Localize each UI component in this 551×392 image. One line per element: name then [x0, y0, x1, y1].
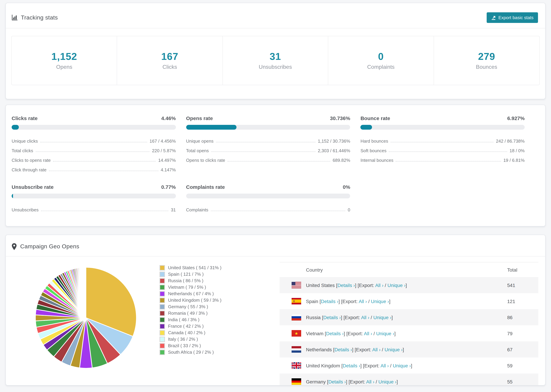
dotted-leader — [216, 142, 315, 142]
rate-detail-label: Unique opens — [186, 139, 213, 144]
export-unique-link[interactable]: Unique › — [387, 282, 406, 288]
legend-item[interactable]: South Africa ( 29 / 2% ) — [160, 349, 221, 355]
rate-detail-row: Hard bounces242 / 86.738% — [360, 134, 525, 144]
details-link[interactable]: Details › — [335, 347, 352, 352]
legend-item[interactable]: Canada ( 40 / 2% ) — [160, 329, 221, 336]
export-unique-link[interactable]: Unique › — [376, 331, 394, 336]
legend-item[interactable]: Brazil ( 33 / 2% ) — [160, 343, 221, 349]
country-cell: United Kingdom [Details ›] [Export: All … — [306, 363, 412, 368]
total-cell: 541 — [507, 282, 515, 288]
export-all-link[interactable]: All › — [366, 379, 374, 384]
clicks-rate-section: Clicks rate4.46%Unique clicks167 / 4.456… — [12, 115, 176, 172]
legend-item[interactable]: India ( 46 / 3% ) — [160, 316, 221, 323]
bounce-rate-title: Bounce rate — [360, 115, 390, 121]
legend-item[interactable]: Germany ( 55 / 3% ) — [160, 303, 221, 310]
export-prefix: ] [Export: — [346, 379, 366, 384]
geo-opens-title: Campaign Geo Opens — [20, 243, 79, 250]
rate-detail-row: Opens to clicks rate689.82% — [186, 153, 350, 163]
complaints-rate-value: 0% — [343, 184, 350, 190]
export-all-link[interactable]: All › — [375, 282, 383, 288]
stat-cell-unsubscribes: 31Unsubscribes — [223, 36, 328, 85]
details-link[interactable]: Details › — [328, 379, 346, 384]
export-all-link[interactable]: All › — [364, 331, 372, 336]
flag-icon-us — [292, 282, 301, 288]
opens-rate-rows: Unique opens1,152 / 30.736%Total opens2,… — [186, 134, 350, 163]
complaints-rate-section: Complaints rate0%Complaints0 — [186, 184, 350, 212]
legend-item[interactable]: Spain ( 121 / 7% ) — [160, 271, 221, 277]
geo-pie-chart — [33, 265, 139, 371]
geo-countries-table: Country Total United States [Details ›] … — [280, 262, 538, 385]
flag-icon-nl — [292, 346, 301, 353]
export-unique-link[interactable]: Unique › — [373, 315, 391, 320]
rate-detail-label: Click through rate — [12, 167, 47, 172]
rate-detail-value: 1,152 / 30.736% — [318, 139, 350, 144]
unsubscribe-rate-head: Unsubscribe rate0.77% — [12, 184, 176, 190]
details-link[interactable]: Details › — [321, 298, 339, 304]
export-unique-link[interactable]: Unique › — [371, 298, 389, 304]
export-basic-stats-button[interactable]: Export basic stats — [487, 12, 538, 23]
stat-label: Opens — [56, 64, 72, 70]
legend-item[interactable]: United Kingdom ( 59 / 3% ) — [160, 297, 221, 303]
export-prefix: ] [Export: — [344, 331, 364, 336]
details-link[interactable]: Details › — [338, 282, 355, 288]
bounce-rate-head: Bounce rate6.927% — [360, 115, 525, 121]
details-link[interactable]: Details › — [343, 363, 360, 368]
export-all-link[interactable]: All › — [361, 315, 369, 320]
country-name: Russia — [306, 315, 322, 320]
details-link[interactable]: Details › — [323, 315, 341, 320]
geo-table-header-row: Country Total — [280, 262, 538, 277]
legend-item[interactable]: United States ( 541 / 31% ) — [160, 264, 221, 271]
complaints-rate-rows: Complaints0 — [186, 203, 350, 212]
legend-swatch — [160, 271, 165, 277]
bracket: [ — [336, 282, 338, 288]
legend-swatch — [160, 304, 165, 309]
export-button-label: Export basic stats — [498, 15, 534, 20]
total-column-header: Total — [507, 267, 517, 273]
flag-icon-vn — [292, 330, 301, 336]
stat-cell-clicks: 167Clicks — [117, 36, 223, 85]
details-link[interactable]: Details › — [326, 331, 344, 336]
rate-detail-label: Internal bounces — [360, 158, 393, 163]
clicks-rate-title: Clicks rate — [12, 115, 38, 121]
export-unique-link[interactable]: Unique › — [378, 379, 396, 384]
export-prefix: ] [Export: — [341, 315, 361, 320]
legend-swatch — [160, 265, 165, 270]
dotted-leader — [391, 142, 494, 142]
rate-detail-row: Unique clicks167 / 4.456% — [12, 134, 176, 144]
legend-swatch — [160, 330, 165, 335]
legend-label: France ( 42 / 2% ) — [168, 324, 204, 329]
legend-item[interactable]: Netherlands ( 67 / 4% ) — [160, 290, 221, 297]
bounce-rate-section: Bounce rate6.927%Hard bounces242 / 86.73… — [360, 115, 525, 172]
export-unique-link[interactable]: Unique › — [384, 347, 403, 352]
legend-item[interactable]: Romania ( 49 / 3% ) — [160, 310, 221, 316]
rate-detail-value: 18 / 0% — [509, 148, 525, 153]
legend-label: Russia ( 86 / 5% ) — [168, 278, 204, 283]
tracking-stats-header: Tracking stats Export basic stats — [6, 3, 545, 28]
complaints-rate-title: Complaints rate — [186, 184, 225, 190]
stat-label: Unsubscribes — [259, 64, 292, 70]
bracket: ] — [406, 282, 407, 288]
bracket: ] — [403, 347, 404, 352]
legend-label: Canada ( 40 / 2% ) — [168, 330, 205, 335]
rate-detail-row: Complaints0 — [186, 203, 350, 212]
pie-slice[interactable] — [85, 267, 86, 318]
export-all-link[interactable]: All › — [381, 363, 389, 368]
legend-item[interactable]: Italy ( 36 / 2% ) — [160, 336, 221, 343]
legend-swatch — [160, 317, 165, 322]
dotted-leader — [49, 171, 158, 171]
legend-item[interactable]: Vietnam ( 79 / 5% ) — [160, 284, 221, 290]
legend-item[interactable]: Russia ( 86 / 5% ) — [160, 277, 221, 284]
export-all-link[interactable]: All › — [372, 347, 381, 352]
separator: / — [383, 282, 387, 288]
legend-label: United States ( 541 / 31% ) — [168, 265, 221, 270]
export-unique-link[interactable]: Unique › — [393, 363, 411, 368]
geo-table-rows: United States [Details ›] [Export: All ›… — [280, 277, 538, 385]
dashboard-page: Tracking stats Export basic stats 1,152O… — [0, 0, 551, 392]
country-name: United States — [306, 282, 336, 288]
export-all-link[interactable]: All › — [359, 298, 367, 304]
legend-swatch — [160, 278, 165, 283]
legend-item[interactable]: France ( 42 / 2% ) — [160, 323, 221, 329]
rate-detail-label: Opens to clicks rate — [186, 158, 225, 163]
export-prefix: ] [Export: — [339, 298, 359, 304]
page-title: Tracking stats — [21, 14, 58, 21]
